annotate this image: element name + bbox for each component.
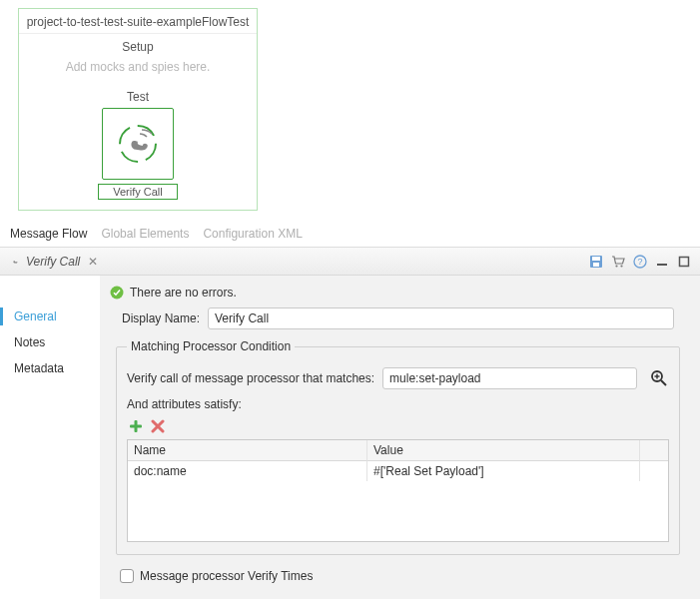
setup-hint: Add mocks and spies here. (19, 54, 257, 84)
svg-rect-8 (657, 264, 667, 266)
check-icon (110, 286, 124, 300)
editor-bottom-tabs: Message Flow Global Elements Configurati… (0, 223, 700, 247)
flow-canvas: project-to-test-test-suite-exampleFlowTe… (0, 0, 700, 223)
setup-section-label: Setup (19, 40, 257, 54)
svg-point-5 (620, 265, 622, 267)
close-icon[interactable]: ✕ (88, 255, 98, 269)
status-text: There are no errors. (130, 286, 237, 300)
col-spacer (640, 440, 668, 461)
verify-processor-label: Verify call of message processor that ma… (127, 371, 374, 385)
test-section-label: Test (19, 90, 257, 104)
cell-name[interactable]: doc:name (128, 461, 367, 481)
delete-icon[interactable] (149, 417, 167, 435)
cell-value[interactable]: #['Real Set Payload'] (367, 461, 640, 481)
svg-point-4 (615, 265, 617, 267)
node-caption: Verify Call (98, 184, 178, 200)
svg-rect-9 (680, 257, 689, 266)
tab-configuration-xml[interactable]: Configuration XML (203, 227, 302, 241)
table-header: Name Value (128, 440, 668, 461)
tab-global-elements[interactable]: Global Elements (101, 227, 189, 241)
attributes-table[interactable]: Name Value doc:name #['Real Set Payload'… (127, 439, 669, 542)
matching-condition-group: Matching Processor Condition Verify call… (116, 339, 680, 555)
col-value[interactable]: Value (367, 440, 640, 461)
verify-call-node-icon[interactable] (102, 108, 174, 180)
sidetab-general[interactable]: General (14, 303, 100, 329)
matching-legend: Matching Processor Condition (127, 339, 295, 353)
help-icon[interactable]: ? (632, 254, 648, 270)
add-icon[interactable] (127, 417, 145, 435)
verify-call-icon (110, 116, 166, 172)
sidetab-metadata[interactable]: Metadata (14, 355, 100, 381)
svg-line-12 (661, 380, 666, 385)
save-icon[interactable] (588, 254, 604, 270)
cart-icon[interactable] (610, 254, 626, 270)
properties-title: Verify Call (26, 255, 80, 269)
properties-header: Verify Call ✕ ? (0, 248, 700, 276)
verify-call-icon (8, 255, 22, 269)
verify-processor-input[interactable] (382, 367, 637, 389)
table-row[interactable]: doc:name #['Real Set Payload'] (128, 461, 668, 481)
col-name[interactable]: Name (128, 440, 367, 461)
display-name-input[interactable] (208, 307, 674, 329)
search-plus-icon[interactable] (649, 368, 669, 388)
verify-times-label: Message processor Verify Times (140, 569, 313, 583)
verify-times-row[interactable]: Message processor Verify Times (120, 569, 680, 583)
svg-rect-2 (592, 257, 600, 261)
general-form: There are no errors. Display Name: Match… (100, 276, 700, 599)
attributes-toolbar (127, 417, 669, 435)
flow-container[interactable]: project-to-test-test-suite-exampleFlowTe… (18, 8, 258, 211)
maximize-icon[interactable] (676, 254, 692, 270)
cell-spacer (640, 461, 668, 481)
status-bar: There are no errors. (110, 286, 686, 300)
svg-text:?: ? (637, 257, 642, 267)
flow-title: project-to-test-test-suite-exampleFlowTe… (19, 9, 257, 34)
properties-panel: Verify Call ✕ ? General Notes (0, 247, 700, 599)
verify-times-checkbox[interactable] (120, 569, 134, 583)
tab-message-flow[interactable]: Message Flow (10, 227, 87, 241)
attributes-label: And attributes satisfy: (127, 397, 669, 411)
svg-rect-3 (593, 263, 599, 267)
minimize-icon[interactable] (654, 254, 670, 270)
flow-node[interactable]: Verify Call (19, 108, 257, 200)
svg-rect-16 (130, 425, 142, 428)
sidetab-notes[interactable]: Notes (14, 329, 100, 355)
display-name-label: Display Name: (122, 311, 200, 325)
properties-sidetabs: General Notes Metadata (0, 276, 100, 599)
